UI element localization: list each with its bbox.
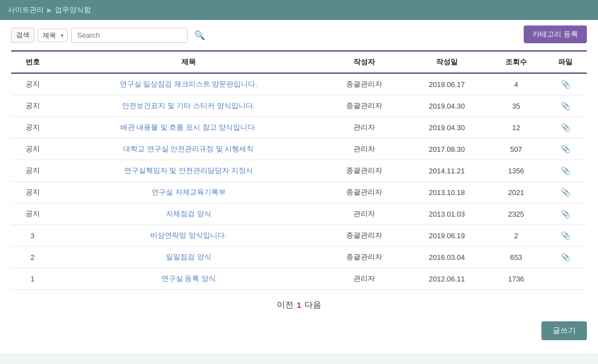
pagination: 이전 1 다음 bbox=[11, 290, 587, 316]
pagination-current: 1 bbox=[297, 300, 301, 310]
pagination-next[interactable]: 다음 bbox=[305, 300, 321, 310]
cell-date: 2019.04.30 bbox=[406, 117, 488, 139]
cell-num: 1 bbox=[11, 268, 54, 290]
cell-file: 📎 bbox=[544, 139, 587, 160]
cell-date: 2013.01.03 bbox=[406, 203, 488, 225]
cell-num: 2 bbox=[11, 247, 54, 268]
title-link[interactable]: 연구실 등록 양식 bbox=[161, 274, 216, 283]
category-btn-wrap: 카테고리 등록 bbox=[524, 25, 587, 43]
file-icon[interactable]: 📎 bbox=[561, 80, 570, 89]
title-link[interactable]: 배관 내용물 및 흐름 표시 참고 양식입니다. bbox=[120, 123, 257, 131]
cell-views: 2325 bbox=[488, 203, 544, 225]
cell-num: 공지 bbox=[11, 203, 54, 225]
cell-date: 2013.10.18 bbox=[406, 182, 488, 203]
cell-title: 배관 내용물 및 흐름 표시 참고 양식입니다. bbox=[54, 117, 323, 139]
title-link[interactable]: 연구실핵임자 및 안전관리담당자 지정서 bbox=[124, 166, 253, 175]
cell-views: 507 bbox=[488, 139, 544, 160]
cell-title: 자체점검 양식 bbox=[54, 203, 323, 225]
cell-num: 공지 bbox=[11, 117, 54, 139]
cell-date: 2014.11.21 bbox=[406, 160, 488, 182]
data-table: 번호 제목 작성자 작성일 조회수 파일 공지연구실 일상점검 체크리스트 양문… bbox=[11, 50, 587, 290]
main-content: 카테고리 등록 검색 제목 🔍 번호 제목 작성자 작성일 조회수 파일 공지연… bbox=[0, 20, 598, 353]
cell-author: 관리자 bbox=[323, 268, 406, 290]
file-icon[interactable]: 📎 bbox=[561, 145, 570, 153]
file-icon[interactable]: 📎 bbox=[561, 209, 570, 218]
cell-title: 연구실 일상점검 체크리스트 양문판입니다. bbox=[54, 73, 323, 95]
cell-author: 종괄관리자 bbox=[323, 182, 406, 203]
file-icon[interactable]: 📎 bbox=[561, 166, 570, 175]
cell-file: 📎 bbox=[544, 247, 587, 268]
cell-views: 2021 bbox=[488, 182, 544, 203]
col-num: 번호 bbox=[11, 51, 54, 73]
cell-title: 비상연락망 양식입니다. bbox=[54, 225, 323, 247]
cell-date: 2019.04.30 bbox=[406, 95, 488, 117]
title-link[interactable]: 비상연락망 양식입니다. bbox=[150, 231, 226, 239]
breadcrumb: 사이트관리 ▶ 업무양식함 bbox=[8, 5, 91, 15]
cell-views: 1736 bbox=[488, 268, 544, 290]
cell-num: 3 bbox=[11, 225, 54, 247]
table-header-row: 번호 제목 작성자 작성일 조회수 파일 bbox=[11, 51, 587, 73]
cell-num: 공지 bbox=[11, 160, 54, 182]
cell-views: 12 bbox=[488, 117, 544, 139]
title-link[interactable]: 대학교 연구실 안전관리규정 및 시행세칙 bbox=[123, 145, 254, 153]
file-icon[interactable]: 📎 bbox=[561, 123, 570, 132]
cell-title: 연구실 등록 양식 bbox=[54, 268, 323, 290]
search-input[interactable] bbox=[71, 28, 187, 43]
table-row: 공지배관 내용물 및 흐름 표시 참고 양식입니다.관리자2019.04.301… bbox=[11, 117, 587, 139]
cell-views: 1356 bbox=[488, 160, 544, 182]
cell-author: 종괄관리자 bbox=[323, 95, 406, 117]
cell-file: 📎 bbox=[544, 117, 587, 139]
cell-title: 안전보건표지 및 기타 스티커 양식입니다. bbox=[54, 95, 323, 117]
title-link[interactable]: 일일점검 양식 bbox=[166, 253, 211, 261]
category-register-button[interactable]: 카테고리 등록 bbox=[524, 25, 587, 43]
search-type-select[interactable]: 제목 bbox=[38, 29, 68, 42]
table-row: 공지안전보건표지 및 기타 스티커 양식입니다.종괄관리자2019.04.303… bbox=[11, 95, 587, 117]
table-row: 공지연구실핵임자 및 안전관리담당자 지정서종괄관리자2014.11.21135… bbox=[11, 160, 587, 182]
cell-file: 📎 bbox=[544, 203, 587, 225]
breadcrumb-arrow: ▶ bbox=[47, 7, 52, 14]
search-bar: 검색 제목 🔍 bbox=[11, 20, 587, 48]
cell-title: 대학교 연구실 안전관리규정 및 시행세칙 bbox=[54, 139, 323, 160]
cell-file: 📎 bbox=[544, 182, 587, 203]
file-icon[interactable]: 📎 bbox=[561, 231, 570, 240]
col-file: 파일 bbox=[544, 51, 587, 73]
pagination-prev[interactable]: 이전 bbox=[277, 300, 293, 310]
file-icon[interactable]: 📎 bbox=[561, 188, 570, 197]
table-row: 공지자체점검 양식관리자2013.01.032325📎 bbox=[11, 203, 587, 225]
title-link[interactable]: 연구실 일상점검 체크리스트 양문판입니다. bbox=[120, 80, 257, 88]
table-row: 3비상연락망 양식입니다.종괄관리자2019.06.192📎 bbox=[11, 225, 587, 247]
cell-author: 관리자 bbox=[323, 203, 406, 225]
cell-views: 2 bbox=[488, 225, 544, 247]
cell-author: 관리자 bbox=[323, 139, 406, 160]
col-author: 작성자 bbox=[323, 51, 406, 73]
cell-views: 653 bbox=[488, 247, 544, 268]
search-button[interactable]: 🔍 bbox=[191, 28, 209, 43]
title-link[interactable]: 안전보건표지 및 기타 스티커 양식입니다. bbox=[122, 101, 255, 110]
cell-views: 4 bbox=[488, 73, 544, 95]
col-title: 제목 bbox=[54, 51, 323, 73]
cell-file: 📎 bbox=[544, 160, 587, 182]
table-row: 공지연구실 일상점검 체크리스트 양문판입니다.종괄관리자2019.06.174… bbox=[11, 73, 587, 95]
table-row: 공지연구실 자체교육기록부종괄관리자2013.10.182021📎 bbox=[11, 182, 587, 203]
title-link[interactable]: 연구실 자체교육기록부 bbox=[151, 188, 226, 196]
cell-views: 35 bbox=[488, 95, 544, 117]
breadcrumb-site[interactable]: 사이트관리 bbox=[8, 5, 44, 15]
file-icon[interactable]: 📎 bbox=[561, 253, 570, 262]
search-dropdown-wrap: 제목 bbox=[38, 29, 68, 42]
search-icon: 🔍 bbox=[194, 30, 205, 40]
cell-title: 연구실핵임자 및 안전관리담당자 지정서 bbox=[54, 160, 323, 182]
write-button[interactable]: 글쓰기 bbox=[541, 321, 587, 340]
title-link[interactable]: 자체점검 양식 bbox=[166, 209, 211, 218]
cell-author: 종괄관리자 bbox=[323, 160, 406, 182]
cell-author: 종괄관리자 bbox=[323, 225, 406, 247]
cell-date: 2019.06.19 bbox=[406, 225, 488, 247]
table-row: 1연구실 등록 양식관리자2012.06.111736 bbox=[11, 268, 587, 290]
table-row: 2일일점검 양식종괄관리자2016.03.04653📎 bbox=[11, 247, 587, 268]
cell-author: 관리자 bbox=[323, 117, 406, 139]
col-views: 조회수 bbox=[488, 51, 544, 73]
cell-num: 공지 bbox=[11, 95, 54, 117]
cell-title: 연구실 자체교육기록부 bbox=[54, 182, 323, 203]
col-date: 작성일 bbox=[406, 51, 488, 73]
cell-file: 📎 bbox=[544, 225, 587, 247]
file-icon[interactable]: 📎 bbox=[561, 101, 570, 110]
